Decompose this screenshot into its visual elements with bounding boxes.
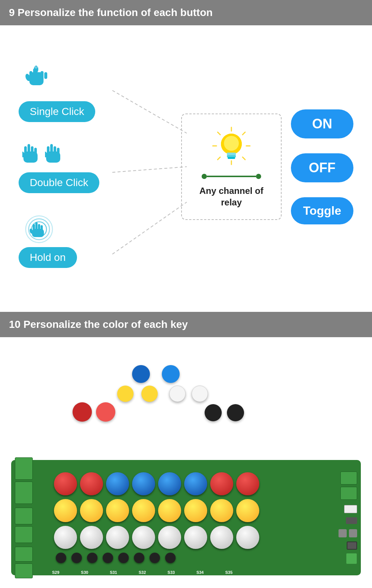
action-buttons-column: ON OFF Toggle [291,48,353,286]
float-yellow2 [141,386,158,403]
center-connector: Any channel of relay [112,48,291,286]
svg-line-32 [112,202,187,254]
toggle-button: Toggle [291,197,353,224]
pcb-area: S29S30S31S32S33S34S35 [7,359,365,575]
double-click-label: Double Click [19,172,99,193]
pcb-labels: S29S30S31S32S33S34S35 [52,570,232,575]
double-click-icon [22,143,65,169]
section9-content: Single Click [0,25,372,312]
svg-line-31 [112,167,187,172]
pcb-buttons [52,470,336,565]
connector-svg [97,48,276,286]
svg-rect-13 [23,151,38,163]
float-black2 [227,404,244,423]
left-terminals [15,457,33,578]
section10-content: S29S30S31S32S33S34S35 [0,337,372,588]
float-black1 [205,404,222,423]
float-red2 [96,402,115,423]
svg-line-30 [112,90,187,133]
float-blue2 [162,365,180,384]
float-white1 [169,386,186,403]
svg-rect-28 [32,229,44,237]
svg-rect-3 [33,68,36,79]
float-red1 [73,402,92,423]
on-button: ON [291,109,353,138]
single-click-label: Single Click [19,101,95,122]
hold-on-icon [24,214,54,244]
board-container: S29S30S31S32S33S34S35 [7,352,365,583]
section9-layout: Single Click [11,40,361,293]
hold-on-label: Hold on [19,247,77,268]
section9-header: 9 Personalize the function of each butto… [0,0,372,25]
right-connectors [339,472,357,564]
svg-rect-5 [44,72,47,79]
off-button: OFF [291,153,353,182]
section10-header: 10 Personalize the color of each key [0,312,372,337]
svg-rect-19 [46,151,60,163]
float-yellow1 [117,386,134,403]
single-click-icon [24,65,48,98]
pcb-board [11,460,361,575]
svg-rect-4 [41,71,44,79]
float-white2 [192,386,208,403]
float-blue1 [132,365,150,384]
